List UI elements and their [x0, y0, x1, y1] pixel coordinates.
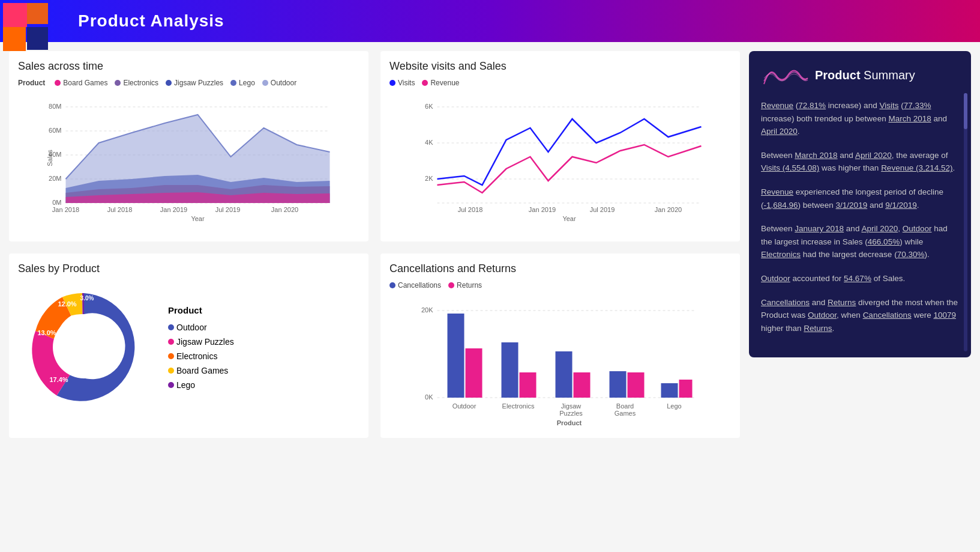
svg-text:80M: 80M [49, 103, 61, 110]
outdoor-label: Outdoor [271, 79, 296, 87]
cancellations-section: Cancellations and Returns Cancellations … [380, 253, 740, 438]
jigsaw-product-label: Jigsaw Puzzles [176, 337, 234, 347]
svg-rect-51 [661, 383, 678, 398]
svg-text:54.7%: 54.7% [101, 335, 120, 342]
svg-text:0M: 0M [52, 199, 61, 206]
legend-lego-product: Lego [168, 380, 234, 390]
svg-text:Outdoor: Outdoor [452, 402, 476, 410]
jigsaw-product-dot [168, 339, 174, 345]
jigsaw-dot [166, 80, 172, 86]
board-games-product-dot [168, 368, 174, 374]
svg-text:20K: 20K [421, 306, 433, 314]
svg-text:Jan 2019: Jan 2019 [529, 206, 556, 213]
donut-chart: 54.7% 17.4% 13.0% 12.0% 3.0% [18, 281, 150, 413]
visits-dot [389, 80, 395, 86]
legend-outdoor-product: Outdoor [168, 323, 234, 332]
svg-text:Year: Year [191, 215, 205, 222]
summary-title: Product Summary [815, 65, 915, 85]
logo-sq1 [3, 3, 27, 27]
revenue-label: Revenue [430, 79, 459, 87]
sales-product-content: 54.7% 17.4% 13.0% 12.0% 3.0% Product Out… [18, 281, 359, 413]
svg-rect-46 [520, 372, 537, 398]
cancellations-legend: Cancellations Returns [389, 281, 731, 290]
svg-text:Sales: Sales [46, 150, 53, 166]
svg-text:Jan 2019: Jan 2019 [160, 206, 187, 213]
legend-jigsaw: Jigsaw Puzzles [166, 79, 223, 87]
svg-text:Jul 2018: Jul 2018 [458, 206, 483, 213]
svg-text:2K: 2K [425, 175, 433, 182]
svg-text:Jigsaw: Jigsaw [561, 402, 582, 410]
board-games-product-label: Board Games [176, 366, 228, 375]
legend-electronics: Electronics [115, 79, 158, 87]
cancellations-title: Cancellations and Returns [389, 262, 731, 275]
svg-text:Jul 2019: Jul 2019 [215, 206, 241, 213]
visits-label: Visits [398, 79, 415, 87]
legend-product-label: Product [18, 79, 45, 87]
legend-revenue: Revenue [422, 79, 459, 87]
charts-area: Sales across time Product Board Games El… [9, 51, 740, 438]
summary-header: Product Summary [761, 63, 959, 87]
svg-rect-50 [628, 372, 645, 398]
legend-visits: Visits [389, 79, 415, 87]
svg-text:Games: Games [615, 410, 636, 417]
svg-rect-48 [574, 372, 591, 398]
jigsaw-label: Jigsaw Puzzles [174, 79, 223, 87]
summary-panel: Product Summary Revenue (72.81% increase… [749, 51, 971, 357]
outdoor-dot [262, 80, 268, 86]
legend-lego: Lego [230, 79, 255, 87]
summary-para-2: Between March 2018 and April 2020, the a… [761, 149, 959, 175]
product-legend: Product Outdoor Jigsaw Puzzles Electroni… [168, 305, 234, 390]
website-visits-title: Website visits and Sales [389, 60, 731, 73]
legend-board-games: Board Games [55, 79, 107, 87]
svg-text:0K: 0K [425, 393, 433, 401]
svg-point-33 [53, 316, 115, 378]
svg-text:Jul 2019: Jul 2019 [590, 206, 615, 213]
outdoor-product-dot [168, 324, 174, 330]
svg-text:60M: 60M [49, 127, 61, 134]
sales-time-chart: 80M 60M 40M 20M 0M Sales [18, 92, 359, 232]
sales-by-product-title: Sales by Product [18, 262, 359, 275]
main-content: Sales across time Product Board Games El… [0, 42, 980, 447]
legend-electronics-product: Electronics [168, 351, 234, 361]
board-games-label: Board Games [63, 79, 107, 87]
svg-text:Board: Board [616, 402, 634, 410]
summary-para-6: Cancellations and Returns diverged the m… [761, 296, 959, 335]
svg-text:17.4%: 17.4% [49, 376, 68, 383]
logo-sq2 [27, 3, 48, 24]
cancellations-label: Cancellations [398, 281, 441, 290]
cancellations-chart: 20K 0K [389, 294, 731, 429]
electronics-product-dot [168, 353, 174, 359]
sales-time-legend: Product Board Games Electronics Jigsaw P… [18, 79, 359, 87]
svg-text:Jul 2018: Jul 2018 [107, 206, 133, 213]
summary-para-5: Outdoor accounted for 54.67% of Sales. [761, 272, 959, 285]
logo-sq3 [3, 27, 26, 51]
legend-board-games-product: Board Games [168, 366, 234, 375]
svg-text:Year: Year [562, 215, 576, 222]
header: Product Analysis [0, 0, 980, 42]
lego-product-dot [168, 382, 174, 388]
svg-text:Lego: Lego [667, 402, 681, 410]
sales-across-time-title: Sales across time [18, 60, 359, 73]
svg-rect-52 [679, 380, 693, 398]
product-legend-title: Product [168, 305, 234, 315]
scrollbar-track[interactable] [964, 93, 967, 351]
svg-text:6K: 6K [425, 103, 433, 110]
svg-text:3.0%: 3.0% [80, 295, 94, 302]
legend-jigsaw-product: Jigsaw Puzzles [168, 337, 234, 347]
lego-dot [230, 80, 236, 86]
scrollbar-thumb[interactable] [964, 93, 967, 129]
cancellations-dot [389, 282, 395, 288]
svg-text:Jan 2018: Jan 2018 [52, 206, 79, 213]
legend-returns: Returns [448, 281, 482, 290]
revenue-dot [422, 80, 428, 86]
svg-text:20M: 20M [49, 175, 61, 182]
svg-rect-43 [448, 314, 464, 398]
returns-dot [448, 282, 454, 288]
svg-text:Jan 2020: Jan 2020 [271, 206, 298, 213]
board-games-dot [55, 80, 61, 86]
svg-text:Puzzles: Puzzles [559, 410, 583, 417]
svg-text:Jan 2020: Jan 2020 [655, 206, 682, 213]
sales-by-product-section: Sales by Product [9, 253, 368, 438]
svg-text:Electronics: Electronics [502, 402, 535, 410]
sales-across-time-section: Sales across time Product Board Games El… [9, 51, 368, 241]
